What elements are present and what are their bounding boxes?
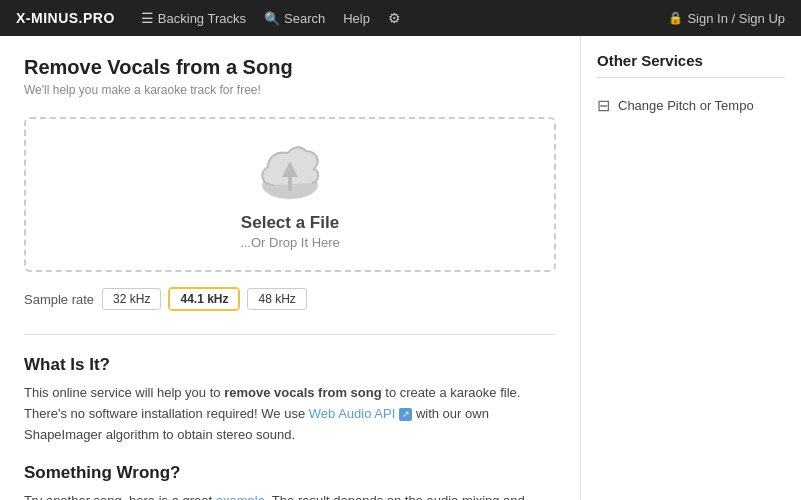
content-area: Remove Vocals from a Song We'll help you… xyxy=(0,36,581,500)
page-title: Remove Vocals from a Song xyxy=(24,56,556,79)
sidebar-item-label: Change Pitch or Tempo xyxy=(618,98,754,113)
what-is-it-heading: What Is It? xyxy=(24,355,556,375)
sidebar-item-change-pitch[interactable]: ⊟ Change Pitch or Tempo xyxy=(597,92,785,119)
web-audio-api-badge: Web Audio API↗ xyxy=(309,404,413,425)
something-wrong-text: Try another song, here is a great exampl… xyxy=(24,491,556,500)
sample-rate-label: Sample rate xyxy=(24,292,94,307)
sample-rate-row: Sample rate 32 kHz 44.1 kHz 48 kHz xyxy=(24,288,556,310)
header: X-MINUS.PRO ☰ Backing Tracks 🔍 Search He… xyxy=(0,0,801,36)
page-subtitle: We'll help you make a karaoke track for … xyxy=(24,83,556,97)
external-link-icon: ↗ xyxy=(399,408,412,421)
gear-icon: ⚙ xyxy=(388,10,401,26)
what-is-it-text: This online service will help you to rem… xyxy=(24,383,556,445)
lock-icon: 🔒 xyxy=(668,11,683,25)
nav-settings[interactable]: ⚙ xyxy=(388,10,401,26)
example-link[interactable]: example xyxy=(216,493,265,500)
main-layout: Remove Vocals from a Song We'll help you… xyxy=(0,36,801,500)
upload-cloud-icon xyxy=(254,143,326,203)
sample-rate-48[interactable]: 48 kHz xyxy=(247,288,306,310)
something-wrong-heading: Something Wrong? xyxy=(24,463,556,483)
section-divider xyxy=(24,334,556,335)
upload-zone[interactable]: Select a File ...Or Drop It Here xyxy=(24,117,556,272)
search-icon: 🔍 xyxy=(264,11,280,26)
nav-backing-tracks[interactable]: ☰ Backing Tracks xyxy=(141,10,246,26)
nav-search[interactable]: 🔍 Search xyxy=(264,11,325,26)
sample-rate-441[interactable]: 44.1 kHz xyxy=(169,288,239,310)
upload-select-label: Select a File xyxy=(241,213,339,233)
brand-logo[interactable]: X-MINUS.PRO xyxy=(16,10,115,26)
hamburger-icon: ☰ xyxy=(141,10,154,26)
nav-help[interactable]: Help xyxy=(343,11,370,26)
upload-drop-label: ...Or Drop It Here xyxy=(240,235,340,250)
sidebar: Other Services ⊟ Change Pitch or Tempo xyxy=(581,36,801,500)
web-audio-api-link[interactable]: Web Audio API xyxy=(309,404,396,425)
sidebar-title: Other Services xyxy=(597,52,785,78)
sample-rate-32[interactable]: 32 kHz xyxy=(102,288,161,310)
sign-in-button[interactable]: 🔒 Sign In / Sign Up xyxy=(668,11,785,26)
sliders-icon: ⊟ xyxy=(597,96,610,115)
